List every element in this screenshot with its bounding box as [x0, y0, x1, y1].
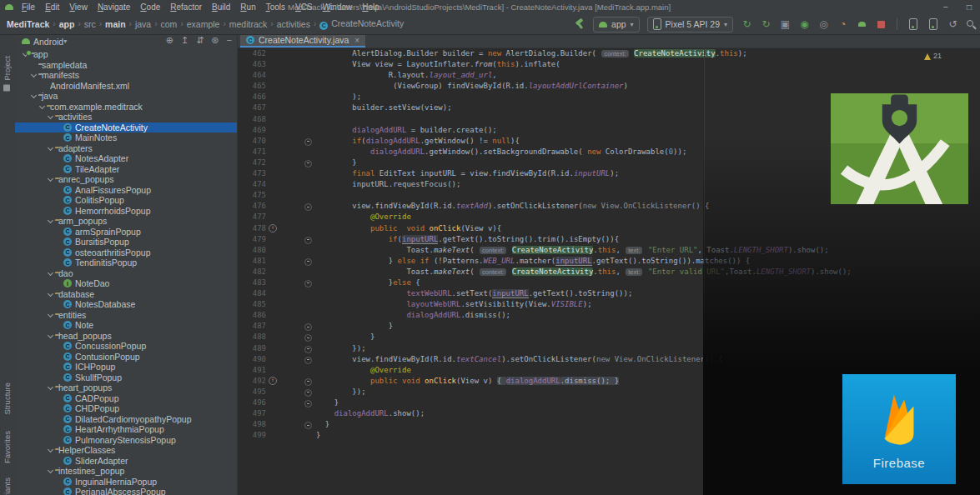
breadcrumb-example[interactable]: example [187, 19, 220, 29]
logcat-icon[interactable] [929, 18, 937, 30]
chevron-expanded-icon[interactable] [47, 467, 55, 475]
chevron-expanded-icon[interactable] [30, 71, 38, 79]
code-line-484[interactable]: 484 textWebURL.setText(inputURL.getText(… [238, 288, 980, 299]
tree-item-ichpopup[interactable]: CICHPopup [15, 362, 237, 372]
tree-item-database[interactable]: database [15, 289, 237, 300]
menu-refactor[interactable]: Refactor [165, 2, 207, 12]
chevron-expanded-icon[interactable] [47, 311, 55, 319]
tree-item-skullfpopup[interactable]: CSkullfPopup [15, 372, 237, 383]
tool-stripe-favorites[interactable]: Favorites [3, 431, 12, 463]
tree-item-androidmanifest-xml[interactable]: AndroidManifest.xml [15, 81, 237, 92]
apply-code-changes-icon[interactable]: ▣ [779, 19, 792, 29]
code-line-487[interactable]: 487 } [238, 321, 980, 332]
breadcrumb-src[interactable]: src [84, 19, 96, 29]
chevron-expanded-icon[interactable] [47, 332, 55, 340]
fold-marker-icon[interactable] [304, 237, 312, 244]
tree-item-inguinalherniapopup[interactable]: CInguinalHerniaPopup [15, 477, 237, 488]
tree-item-notedao[interactable]: INoteDao [15, 278, 237, 289]
tree-item-anrec-popups[interactable]: anrec_popups [15, 174, 237, 185]
chevron-expanded-icon[interactable] [47, 383, 55, 392]
tree-item-dilatedcardiomyopathypopup[interactable]: CDilatedCardiomyopathyPopup [15, 414, 237, 425]
fold-marker-icon[interactable] [304, 258, 312, 266]
menu-tools[interactable]: Tools [261, 2, 290, 12]
chevron-expanded-icon[interactable] [47, 446, 55, 454]
fold-marker-icon[interactable] [304, 280, 312, 288]
code-line-462[interactable]: 462 AlertDialog.Builder builder = new Al… [238, 48, 980, 59]
menu-navigate[interactable]: Navigate [93, 2, 135, 12]
close-icon[interactable]: × [354, 36, 359, 45]
debug-icon[interactable]: ◉ [798, 19, 811, 29]
breadcrumb-meditrack[interactable]: meditrack [229, 19, 268, 29]
code-line-489[interactable]: 489 }); [238, 343, 980, 354]
minimize-button[interactable]: − [940, 2, 952, 12]
tree-item-arm-popups[interactable]: arm_popups [15, 216, 237, 227]
fold-marker-icon[interactable] [304, 400, 312, 408]
code-line-478[interactable]: 478↑ public void onClick(View v){ [238, 223, 980, 234]
chevron-expanded-icon[interactable] [30, 92, 38, 100]
profiler-icon[interactable]: ◔ [837, 19, 849, 29]
tree-item-hemorrhoidspopup[interactable]: CHemorrhoidsPopup [15, 206, 237, 217]
code-line-485[interactable]: 485 layoutWebURL.setVisibility(View.VISI… [238, 299, 980, 310]
run-android-tests-icon[interactable] [858, 22, 866, 27]
chevron-expanded-icon[interactable] [47, 144, 55, 152]
fold-marker-icon[interactable] [304, 378, 312, 386]
code-line-463[interactable]: 463 View view = LayoutInflater.from(this… [238, 59, 980, 70]
tree-item-note[interactable]: CNote [15, 320, 237, 331]
code-line-486[interactable]: 486 dialogAddURL.dismiss(); [238, 310, 980, 321]
code-line-464[interactable]: 464 R.layout.layout_add_url, [238, 70, 980, 81]
tree-item-helperclasses[interactable]: HelperClasses [15, 445, 237, 456]
tree-item-colitispopup[interactable]: CColitisPopup [15, 195, 237, 206]
tree-item-activities[interactable]: activities [15, 112, 237, 122]
fold-marker-icon[interactable] [304, 334, 312, 342]
tab-create-note-activity[interactable]: C CreateNoteActivity.java × [240, 34, 365, 48]
breadcrumb-createnoteactivity[interactable]: CCreateNoteActivity [319, 18, 404, 30]
chevron-expanded-icon[interactable] [38, 102, 47, 111]
maximize-button[interactable]: □ [963, 2, 975, 12]
code-line-477[interactable]: 477 @Override [238, 212, 980, 222]
chevron-expanded-icon[interactable] [47, 217, 55, 225]
chevron-expanded-icon[interactable] [47, 112, 55, 121]
override-method-icon[interactable]: ↑ [269, 377, 277, 385]
menu-run[interactable]: Run [235, 2, 260, 12]
menu-view[interactable]: View [64, 2, 93, 12]
tool-stripe-build-variants[interactable]: Build Variants [3, 478, 12, 495]
breadcrumb-java[interactable]: java [135, 19, 151, 29]
sync-project-icon[interactable]: ↺ [947, 19, 959, 29]
code-line-479[interactable]: 479 if(inputURL.getText().toString().tri… [238, 234, 980, 245]
fold-marker-icon[interactable] [304, 346, 312, 353]
expand-all-icon[interactable]: ⇵ [196, 35, 204, 46]
tree-item-tileadapter[interactable]: CTileAdapter [15, 164, 237, 175]
fold-marker-icon[interactable] [304, 389, 312, 397]
breadcrumb-main[interactable]: main [105, 19, 126, 29]
tree-item-heartarrhythmiapopup[interactable]: CHeartArrhythmiaPopup [15, 424, 237, 435]
fold-marker-icon[interactable] [304, 138, 312, 146]
code-line-481[interactable]: 481 } else if (!Patterns.WEB_URL.matcher… [238, 256, 980, 267]
locate-file-icon[interactable]: ⊕ [166, 35, 173, 46]
tree-item-chdpopup[interactable]: CCHDPopup [15, 403, 237, 414]
run-icon[interactable]: ↻ [741, 19, 753, 29]
tree-item-contusionpopup[interactable]: CContusionPopup [15, 352, 237, 362]
code-line-488[interactable]: 488 } [238, 332, 980, 342]
tree-item-concussionpopup[interactable]: CConcussionPopup [15, 341, 237, 352]
apply-changes-icon[interactable]: ↻ [760, 19, 772, 29]
tree-item-heart-popups[interactable]: heart_popups [15, 382, 237, 393]
device-select[interactable]: Pixel 5 API 29 ▾ [647, 17, 733, 32]
tree-item-slideradapter[interactable]: CSliderAdapter [15, 456, 237, 467]
code-line-483[interactable]: 483 }else { [238, 278, 980, 288]
tree-item-entities[interactable]: entities [15, 310, 237, 321]
chevron-expanded-icon[interactable] [47, 175, 55, 183]
tree-item-armsprainpopup[interactable]: CarmSprainPopup [15, 227, 237, 238]
override-method-icon[interactable]: ↑ [269, 224, 277, 232]
tree-item-pulmonarystenosispopup[interactable]: CPulmonaryStenosisPopup [15, 435, 237, 446]
tree-item-mainnotes[interactable]: CMainNotes [15, 132, 237, 143]
tree-item-tendinitispopup[interactable]: CTendinitisPopup [15, 258, 237, 268]
tree-item-osteoarthritispopup[interactable]: CosteoarthritisPopup [15, 248, 237, 258]
code-line-490[interactable]: 490 view.findViewById(R.id.textCancel).s… [238, 354, 980, 365]
tree-item-intestines-popup[interactable]: intestines_popup [15, 466, 237, 477]
breadcrumb-com[interactable]: com [161, 19, 178, 29]
settings-gear-icon[interactable]: ⊛ [211, 35, 219, 46]
hide-panel-icon[interactable]: − [227, 35, 232, 46]
menu-build[interactable]: Build [207, 2, 235, 12]
tree-item-adapters[interactable]: adapters [15, 143, 237, 154]
tree-item-app[interactable]: app [15, 49, 237, 60]
